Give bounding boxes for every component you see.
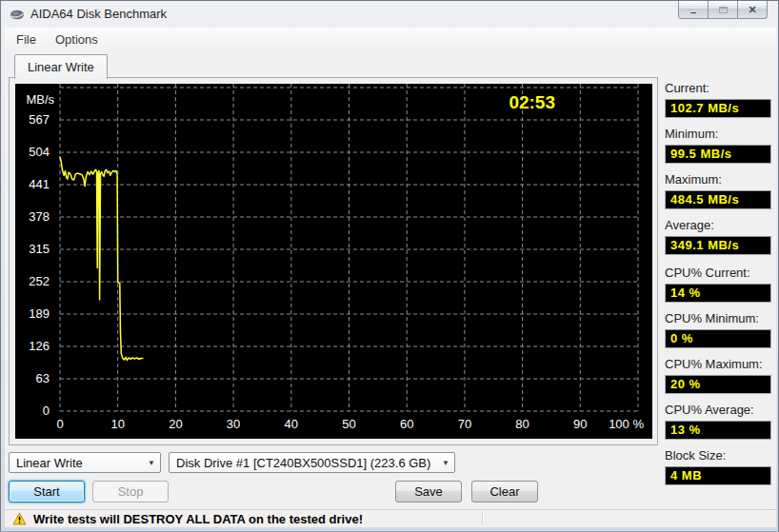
- tab-page: MB/s567504441378315252189126630010203040…: [9, 77, 658, 445]
- stop-button[interactable]: Stop: [92, 481, 169, 502]
- stat-value: 14 %: [665, 284, 771, 303]
- svg-text:252: 252: [29, 274, 50, 288]
- svg-text:02:53: 02:53: [509, 92, 555, 112]
- stat-label: Current:: [665, 81, 771, 96]
- benchmark-chart-svg: MB/s567504441378315252189126630010203040…: [15, 84, 652, 439]
- stat-group: CPU% Current:14 %: [665, 266, 771, 303]
- svg-text:80: 80: [515, 417, 529, 431]
- stat-label: Average:: [665, 218, 771, 233]
- stat-value: 102.7 MB/s: [665, 99, 771, 118]
- svg-text:30: 30: [227, 417, 240, 431]
- stat-group: CPU% Average:13 %: [665, 403, 771, 440]
- svg-text:441: 441: [29, 177, 50, 191]
- stat-label: CPU% Current:: [665, 266, 771, 281]
- tab-label: Linear Write: [28, 60, 94, 74]
- stat-group: Maximum:484.5 MB/s: [665, 172, 771, 209]
- stat-label: CPU% Minimum:: [665, 311, 771, 326]
- svg-text:63: 63: [36, 371, 50, 385]
- menu-bar: File Options: [5, 28, 776, 50]
- test-type-select[interactable]: Linear Write ▼: [9, 452, 161, 473]
- close-icon: ✕: [748, 4, 756, 16]
- start-button[interactable]: Start: [9, 481, 85, 502]
- svg-text:90: 90: [573, 417, 587, 431]
- stat-label: CPU% Average:: [665, 403, 771, 418]
- minimize-button[interactable]: –: [678, 1, 709, 19]
- chevron-down-icon: ▼: [437, 459, 454, 467]
- svg-text:MB/s: MB/s: [26, 92, 54, 107]
- stat-value: 0 %: [665, 329, 771, 348]
- clear-button[interactable]: Clear: [471, 481, 538, 502]
- window-controls: – ✕: [679, 1, 768, 19]
- drive-select-value: Disk Drive #1 [CT240BX500SSD1] (223.6 GB…: [170, 456, 437, 470]
- svg-text:504: 504: [29, 145, 50, 159]
- maximize-button[interactable]: [708, 1, 738, 19]
- benchmark-chart: MB/s567504441378315252189126630010203040…: [15, 84, 652, 439]
- stat-group: CPU% Maximum:20 %: [665, 357, 771, 394]
- stat-value: 484.5 MB/s: [665, 190, 771, 209]
- svg-text:50: 50: [342, 417, 355, 431]
- test-type-value: Linear Write: [10, 456, 143, 470]
- drive-select[interactable]: Disk Drive #1 [CT240BX500SSD1] (223.6 GB…: [169, 452, 455, 473]
- stat-label: Maximum:: [665, 172, 771, 187]
- svg-text:10: 10: [110, 417, 124, 431]
- svg-text:189: 189: [29, 306, 50, 321]
- stat-value: 99.5 MB/s: [665, 145, 771, 164]
- status-warning-text: Write tests will DESTROY ALL DATA on the…: [33, 512, 363, 526]
- svg-text:0: 0: [56, 417, 63, 431]
- tab-linear-write[interactable]: Linear Write: [14, 54, 108, 79]
- svg-text:567: 567: [29, 112, 50, 127]
- menu-options[interactable]: Options: [46, 29, 108, 50]
- svg-text:0: 0: [43, 404, 50, 418]
- stat-group: CPU% Minimum:0 %: [665, 311, 771, 348]
- window-title: AIDA64 Disk Benchmark: [30, 7, 167, 21]
- stat-group: Minimum:99.5 MB/s: [665, 127, 771, 164]
- save-button[interactable]: Save: [395, 481, 462, 502]
- warning-icon: [12, 512, 27, 525]
- svg-text:20: 20: [169, 417, 182, 431]
- stat-group: Average:349.1 MB/s: [665, 218, 771, 255]
- stat-label: Minimum:: [665, 127, 771, 142]
- stat-group: Current:102.7 MB/s: [665, 81, 771, 118]
- stat-label: Block Size:: [665, 448, 771, 463]
- svg-text:60: 60: [400, 417, 413, 431]
- stat-value: 349.1 MB/s: [665, 236, 771, 255]
- app-window: AIDA64 Disk Benchmark – ✕ File Options L…: [0, 0, 779, 532]
- stat-label: CPU% Maximum:: [665, 357, 771, 372]
- stat-value: 4 MB: [665, 466, 771, 485]
- svg-text:40: 40: [285, 417, 298, 431]
- status-bar: Write tests will DESTROY ALL DATA on the…: [5, 509, 776, 527]
- app-icon: [10, 7, 25, 22]
- svg-text:378: 378: [29, 209, 50, 224]
- client-area: File Options Linear Write MB/s5675044413…: [5, 28, 776, 509]
- maximize-icon: [719, 7, 728, 13]
- stat-value: 20 %: [665, 375, 771, 394]
- stat-group: Block Size:4 MB: [665, 448, 771, 485]
- close-button[interactable]: ✕: [737, 1, 768, 19]
- title-bar: AIDA64 Disk Benchmark – ✕: [1, 1, 778, 28]
- svg-text:126: 126: [29, 339, 50, 353]
- stats-panel: Current:102.7 MB/sMinimum:99.5 MB/sMaxim…: [665, 75, 771, 494]
- menu-file[interactable]: File: [7, 29, 46, 50]
- statusbar-separator: [482, 512, 483, 525]
- svg-text:100 %: 100 %: [609, 417, 644, 431]
- chevron-down-icon: ▼: [143, 459, 160, 467]
- svg-text:315: 315: [29, 242, 50, 256]
- stat-value: 13 %: [665, 421, 771, 440]
- minimize-icon: –: [690, 9, 696, 16]
- svg-text:70: 70: [458, 417, 471, 431]
